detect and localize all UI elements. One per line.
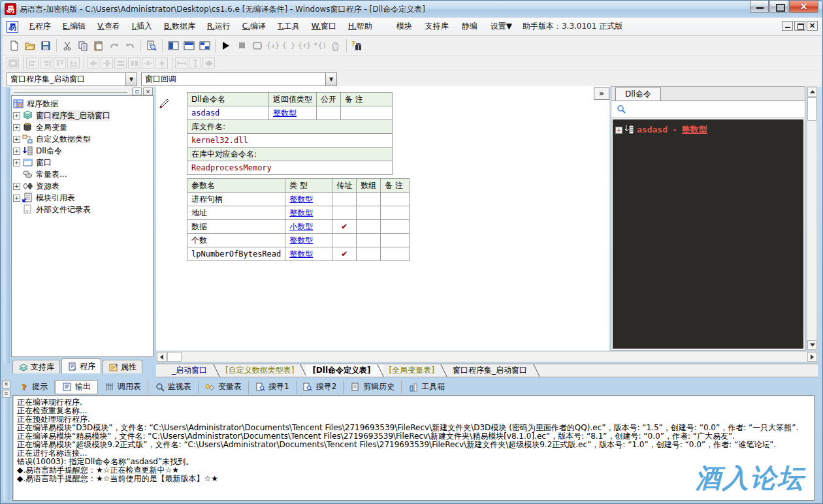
horizontal-scrollbar[interactable] <box>156 351 818 362</box>
menu-run[interactable]: R.运行 <box>201 19 236 34</box>
redo-icon[interactable] <box>106 38 122 54</box>
tab-output[interactable]: 输出 <box>55 380 98 394</box>
paste-icon[interactable] <box>91 38 106 54</box>
expander-plus-icon[interactable] <box>13 124 20 131</box>
doc-tab-start-window[interactable]: _启动窗口 <box>165 364 219 377</box>
menu-help[interactable]: H.帮助 <box>342 19 378 34</box>
mdi-child-icon[interactable]: 易 <box>7 21 18 33</box>
scroll-right-icon[interactable] <box>807 352 817 362</box>
tab-toolbox[interactable]: 工具箱 <box>402 381 451 394</box>
scroll-down-icon[interactable] <box>807 340 817 350</box>
help-search-icon[interactable]: ? <box>349 38 365 54</box>
menu-edit[interactable]: E.编辑 <box>57 19 91 34</box>
menu-view[interactable]: V.查看 <box>91 19 125 34</box>
expander-plus-icon[interactable] <box>13 148 20 155</box>
param-row[interactable]: lpNumberOfBytesRead 整数型 ✔ <box>187 247 410 261</box>
tree-root[interactable]: 程序数据 <box>13 98 152 110</box>
expander-plus-icon[interactable] <box>13 159 20 166</box>
save-icon[interactable] <box>38 38 54 54</box>
tab-properties[interactable]: 属性 <box>103 360 142 373</box>
menu-window[interactable]: W.窗口 <box>306 19 342 34</box>
remark-cell[interactable] <box>341 106 393 120</box>
expander-plus-icon[interactable] <box>13 136 20 143</box>
open-file-icon[interactable] <box>22 38 38 54</box>
menu-program[interactable]: F.程序 <box>24 19 57 34</box>
tree-item-windows[interactable]: 窗口 <box>13 157 152 168</box>
collapse-panel-button[interactable]: » <box>594 87 609 100</box>
output-dock-icon[interactable]: ▫ <box>2 390 10 398</box>
panel-float-icon[interactable]: ▫ <box>132 87 142 95</box>
close-button[interactable] <box>789 1 818 13</box>
horizontal-scroll-thumb[interactable] <box>167 352 182 362</box>
expander-plus-icon[interactable] <box>13 112 20 119</box>
tab-program[interactable]: 程序 <box>61 358 101 373</box>
window-set-combo[interactable]: 窗口程序集_启动窗口 ▼ <box>7 72 137 86</box>
maximize-button[interactable] <box>769 1 788 13</box>
cut-icon[interactable] <box>59 38 75 54</box>
param-row[interactable]: 进程句柄 整数型 <box>187 193 410 206</box>
param-row[interactable]: 个数 整数型 <box>187 234 410 247</box>
mdi-close-button[interactable] <box>807 21 818 31</box>
public-cell[interactable] <box>317 106 341 120</box>
doc-tab-dll-table[interactable]: [Dll命令定义表] <box>306 364 382 377</box>
dll-search-input[interactable] <box>611 101 805 118</box>
tree-item-global-vars[interactable]: 全局变量 <box>13 121 152 133</box>
doc-tab-globals[interactable]: [全局变量表] <box>383 364 446 377</box>
scroll-up-icon[interactable] <box>807 87 817 97</box>
find-icon[interactable] <box>144 38 159 54</box>
tab-variable-table[interactable]: 变量表 <box>199 381 249 394</box>
param-row[interactable]: 数据 小数型 ✔ <box>187 220 410 234</box>
tab-search2[interactable]: 搜寻2 <box>297 381 344 394</box>
tab-search1[interactable]: 搜寻1 <box>249 381 297 394</box>
tab-call-table[interactable]: 调用表 <box>98 381 148 394</box>
chevron-down-icon[interactable]: ▼ <box>325 73 336 86</box>
doc-tab-window-set[interactable]: 窗口程序集_启动窗口 <box>446 364 539 377</box>
tab-support-libs[interactable]: 支持库 <box>12 360 60 373</box>
tree-item-external-files[interactable]: 外部文件记录表 <box>13 204 152 215</box>
tree-item-module-refs[interactable]: 模块引用表 <box>13 192 152 204</box>
vertical-scrollbar[interactable] <box>807 86 817 351</box>
layout-grid-icon[interactable] <box>197 38 212 54</box>
event-combo[interactable]: 窗口回调 ▼ <box>141 72 337 86</box>
menu-compile[interactable]: C.编译 <box>236 19 272 34</box>
menu-settings[interactable]: 设置▼ <box>484 19 519 34</box>
tab-clip-history[interactable]: 剪辑历史 <box>344 381 402 394</box>
tree-item-dll-commands[interactable]: Dll命令 <box>13 145 152 157</box>
command-row[interactable]: asdasd 整数型 <box>187 106 393 120</box>
tab-watch-table[interactable]: 监视表 <box>148 381 199 394</box>
return-type-cell[interactable]: 整数型 <box>269 106 317 120</box>
expander-plus-icon[interactable] <box>13 195 20 202</box>
command-name-cell[interactable]: asdasd <box>187 106 269 120</box>
menu-database[interactable]: B.数据库 <box>158 19 201 34</box>
tree-item-resources[interactable]: 资源表 <box>13 180 152 192</box>
output-close-icon[interactable]: × <box>2 381 10 388</box>
layout-top-icon[interactable] <box>181 38 197 54</box>
mdi-minimize-button[interactable] <box>782 21 793 31</box>
layout-left-icon[interactable] <box>165 38 181 54</box>
menu-static-compile[interactable]: 静编 <box>455 19 484 34</box>
menu-tools[interactable]: T.工具 <box>272 19 306 34</box>
lib-value-row[interactable]: kernel32.dll <box>187 134 393 148</box>
doc-tab-datatypes[interactable]: [自定义数据类型表] <box>219 364 306 377</box>
panel-close-icon[interactable]: × <box>143 87 153 95</box>
expander-plus-icon[interactable] <box>615 127 622 134</box>
mdi-restore-button[interactable] <box>794 21 805 31</box>
new-file-icon[interactable] <box>7 38 22 54</box>
scroll-left-icon[interactable] <box>157 352 167 362</box>
chevron-down-icon[interactable]: ▼ <box>125 73 137 86</box>
menu-support-lib[interactable]: 支持库 <box>419 19 455 34</box>
undo-icon[interactable] <box>122 38 138 54</box>
menu-insert[interactable]: I.插入 <box>126 19 158 34</box>
output-log[interactable]: 正在编译现行程序. 正在检查重复名称... 正在预处理现行程序. 正在编译易模块… <box>12 395 815 501</box>
dll-tree-item[interactable]: asdasd-整数型 <box>615 123 801 136</box>
cmd-value-row[interactable]: ReadprocessMemory <box>187 161 393 175</box>
expander-plus-icon[interactable] <box>13 183 20 190</box>
menu-module[interactable]: 模块 <box>390 19 419 34</box>
tree-item-constants[interactable]: 常量表... <box>13 168 152 180</box>
tree-item-custom-datatypes[interactable]: 自定义数据类型 <box>13 133 152 145</box>
tree-panel-grip[interactable]: ▫ × <box>11 87 153 95</box>
tree-item-window-set[interactable]: 窗口程序集_启动窗口 <box>13 110 152 121</box>
vertical-scroll-thumb[interactable] <box>807 97 816 121</box>
run-icon[interactable] <box>218 38 234 54</box>
tab-hints[interactable]: ? 提示 <box>12 381 55 394</box>
